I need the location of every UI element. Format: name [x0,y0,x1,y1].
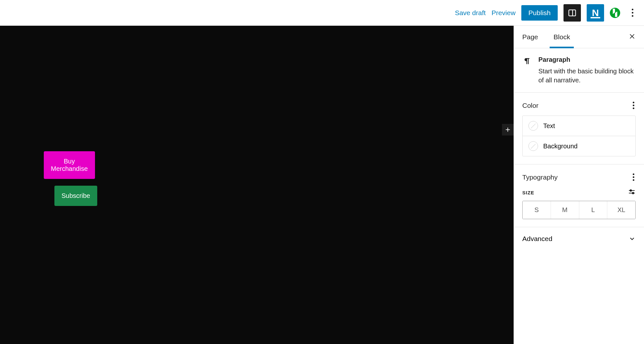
size-label: SIZE [522,190,534,195]
chevron-down-icon [629,235,636,242]
editor-main: Buy Merchandise Subscribe Page Block Par… [0,26,644,344]
size-option-l[interactable]: L [579,201,607,219]
typography-section: Typography SIZE S M L XL [514,164,644,227]
letter-n-icon: N [592,8,599,18]
svg-point-7 [630,190,632,191]
settings-sidebar: Page Block Paragraph Start with the basi… [514,26,644,344]
typography-options-button[interactable] [631,172,636,182]
block-button-buy-merchandise[interactable]: Buy Merchandise [44,151,95,179]
color-section: Color Text Background [514,93,644,164]
close-icon [629,33,636,40]
settings-sidebar-toggle[interactable] [564,4,581,22]
color-background-row[interactable]: Background [523,136,635,156]
typography-section-title: Typography [522,173,558,181]
color-background-label: Background [543,143,578,150]
size-option-m[interactable]: M [551,201,579,219]
empty-swatch-icon [528,141,538,151]
more-options-button[interactable] [626,6,639,19]
color-text-row[interactable]: Text [523,116,635,136]
color-section-title: Color [522,102,538,109]
save-draft-link[interactable]: Save draft [455,9,486,17]
size-option-xl[interactable]: XL [607,201,635,219]
sidebar-tabs: Page Block [514,26,644,48]
block-info-section: Paragraph Start with the basic building … [514,48,644,93]
tab-page[interactable]: Page [522,26,538,48]
tab-block[interactable]: Block [554,26,570,48]
block-name: Paragraph [538,56,636,63]
paragraph-icon [522,57,531,66]
publish-button[interactable]: Publish [521,5,558,21]
preview-link[interactable]: Preview [491,9,516,17]
svg-point-9 [632,192,634,194]
canvas-wrap: Buy Merchandise Subscribe [0,26,514,344]
advanced-panel-toggle[interactable]: Advanced [514,227,644,250]
jetpack-icon[interactable] [610,8,620,18]
editor-topbar: Save draft Preview Publish N [0,0,644,26]
add-block-button[interactable] [502,124,514,135]
custom-size-toggle[interactable] [628,188,636,197]
plugin-n-button[interactable]: N [587,4,604,22]
block-button-subscribe[interactable]: Subscribe [54,186,97,206]
color-options-button[interactable] [631,100,636,110]
empty-swatch-icon [528,121,538,131]
close-sidebar-button[interactable] [629,33,636,41]
plus-icon [504,126,511,133]
sidebar-panel-icon [568,8,577,17]
size-segmented-control: S M L XL [522,201,636,219]
editor-canvas[interactable]: Buy Merchandise Subscribe [0,26,514,344]
sliders-icon [628,188,636,196]
block-description: Start with the basic building block of a… [538,67,636,85]
color-text-label: Text [543,122,555,130]
size-option-s[interactable]: S [523,201,551,219]
advanced-label: Advanced [522,235,552,243]
